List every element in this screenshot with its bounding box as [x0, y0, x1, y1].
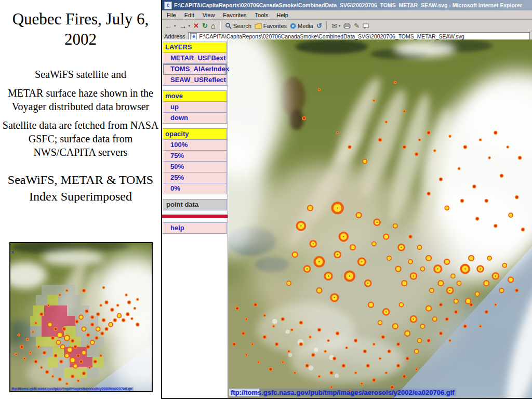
move-down-button[interactable]: down [163, 113, 227, 123]
media-button[interactable]: Media [290, 23, 313, 29]
forward-button[interactable]: → ▾ [179, 22, 191, 30]
move-section: move up down [163, 90, 227, 124]
forward-dropdown-icon[interactable]: ▾ [189, 24, 191, 28]
mail-icon: ✉ [331, 22, 337, 29]
toolbar-separator [326, 21, 327, 30]
back-button[interactable]: ← ▾ [165, 22, 176, 30]
opacity-0-button[interactable]: 0% [163, 183, 227, 194]
map-source-url[interactable]: ftp://toms.gsfc.nasa.gov/pub/tmp/images/… [229, 389, 456, 396]
mini-corner-mark: x [11, 249, 14, 255]
back-icon: ← [165, 22, 172, 30]
browser-content: LAYERS METAR_USFBext TOMS_AIAerIndex SEA… [162, 39, 532, 398]
toolbar-separator [220, 21, 221, 30]
refresh-button[interactable]: ↻ [202, 22, 208, 29]
layer-item-seawifs[interactable]: SEAW_USReflect [163, 75, 227, 85]
satellite-map[interactable]: ftp://toms.gsfc.nasa.gov/pub/tmp/images/… [228, 39, 532, 398]
print-icon [343, 23, 351, 29]
red-divider-bar [162, 215, 228, 218]
favorites-label: Favorites [263, 23, 287, 29]
opacity-section: opacity 100% 75% 50% 25% 0% [163, 128, 227, 194]
layer-item-metar[interactable]: METAR_USFBext [163, 53, 227, 64]
slide-text-column: Quebec Fires, July 6, 2002 SeaWiFS satel… [0, 0, 161, 205]
title-bar[interactable]: e F:\CAPITA\CapitaReports\020706CanadaSm… [162, 0, 532, 10]
help-button[interactable]: help [163, 223, 227, 233]
move-header: move [163, 91, 227, 102]
opacity-100-button[interactable]: 100% [163, 140, 227, 151]
discuss-button[interactable] [363, 23, 369, 29]
mini-metar-dots [10, 243, 152, 391]
address-value: F:\CAPITA\CapitaReports\020706CanadaSmok… [199, 33, 464, 39]
media-icon [290, 23, 296, 29]
layers-section: LAYERS METAR_USFBext TOMS_AIAerIndex SEA… [163, 42, 227, 86]
opacity-25-button[interactable]: 25% [163, 172, 227, 183]
opacity-75-button[interactable]: 75% [163, 151, 227, 162]
history-icon: ↺ [316, 22, 322, 29]
refresh-icon: ↻ [202, 22, 208, 29]
menu-bar: File Edit View Favorites Tools Help [162, 10, 532, 20]
slide-title: Quebec Fires, July 6, 2002 [5, 9, 156, 50]
opacity-50-button[interactable]: 50% [163, 162, 227, 172]
history-button[interactable]: ↺ [316, 22, 322, 29]
print-button[interactable] [343, 23, 351, 29]
mini-satellite-image: x ftp://toms.gsfc.nasa.gov/pub/tmp/image… [9, 242, 153, 392]
home-icon: ⌂ [211, 22, 216, 30]
back-dropdown-icon[interactable]: ▾ [174, 24, 176, 28]
menu-favorites[interactable]: Favorites [223, 12, 246, 18]
search-label: Search [233, 23, 251, 29]
edit-button[interactable]: ✎ [354, 22, 360, 29]
search-button[interactable]: Search [225, 22, 251, 29]
home-button[interactable]: ⌂ [211, 22, 216, 30]
layer-item-toms[interactable]: TOMS_AIAerIndex [163, 64, 227, 75]
stop-button[interactable]: ✕ [193, 22, 199, 29]
mini-caption: ftp://toms.gsfc.nasa.gov/pub/tmp/images/… [11, 387, 134, 391]
menu-help[interactable]: Help [276, 12, 288, 18]
address-page-icon: e [190, 33, 197, 40]
address-label: Address [164, 33, 185, 39]
slide-paragraph-2: METAR surface haze shown in the Voyager … [1, 86, 160, 113]
forward-icon: → [179, 22, 187, 30]
stop-icon: ✕ [193, 22, 199, 29]
slide-subtitle: SeaWiFS, METAR & TOMS Index Superimposed [7, 171, 154, 205]
layers-header: LAYERS [163, 42, 227, 53]
menu-tools[interactable]: Tools [255, 12, 269, 18]
mail-dropdown-icon[interactable]: ▾ [339, 24, 341, 28]
point-data-button[interactable]: point data [163, 199, 227, 210]
slide-paragraph-1: SeaWiFS satellite and [1, 68, 160, 81]
slide-paragraph-3: Satellite data are fetched from NASA GSF… [1, 118, 160, 159]
mail-button[interactable]: ✉ ▾ [331, 22, 340, 29]
help-section: help [163, 222, 227, 234]
ie-browser-window: e F:\CAPITA\CapitaReports\020706CanadaSm… [161, 0, 532, 399]
menu-view[interactable]: View [203, 12, 215, 18]
toolbar: ← ▾ → ▾ ✕ ↻ ⌂ Search Favorites [162, 20, 532, 32]
favorites-icon [255, 23, 262, 29]
layer-control-panel: LAYERS METAR_USFBext TOMS_AIAerIndex SEA… [162, 39, 228, 398]
media-label: Media [298, 23, 313, 29]
metar-dots-layer [228, 39, 532, 398]
discuss-icon [363, 23, 369, 29]
move-up-button[interactable]: up [163, 102, 227, 113]
ie-app-icon: e [164, 2, 172, 9]
window-title: F:\CAPITA\CapitaReports\020706CanadaSmok… [174, 2, 522, 8]
opacity-header: opacity [163, 129, 227, 140]
menu-edit[interactable]: Edit [184, 12, 194, 18]
edit-icon: ✎ [354, 22, 360, 29]
menu-file[interactable]: File [167, 12, 176, 18]
search-icon [225, 22, 232, 29]
favorites-button[interactable]: Favorites [255, 23, 287, 29]
